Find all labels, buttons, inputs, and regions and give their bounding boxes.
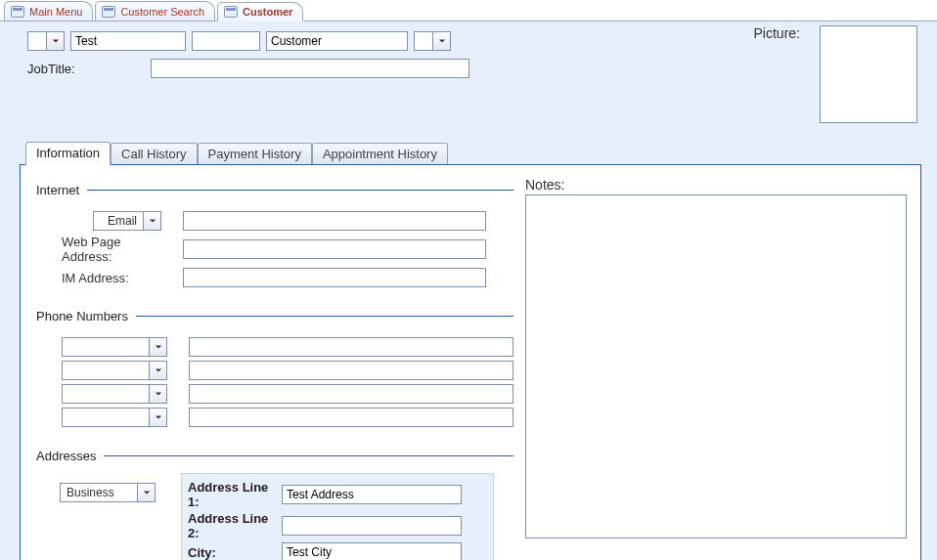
tab-appointment-history[interactable]: Appointment History <box>312 143 448 165</box>
dropdown-icon[interactable] <box>433 31 451 51</box>
web-input[interactable] <box>183 239 486 259</box>
phone-type-select[interactable] <box>62 361 150 380</box>
dropdown-icon[interactable] <box>150 337 167 357</box>
form-icon <box>224 6 238 18</box>
middle-name-input[interactable] <box>192 31 260 51</box>
last-name-input[interactable] <box>266 31 408 51</box>
doc-tab-customer[interactable]: Customer <box>217 2 303 22</box>
im-input[interactable] <box>183 268 486 287</box>
dropdown-icon[interactable] <box>150 384 167 404</box>
tab-label: Payment History <box>208 147 301 161</box>
picture-label: Picture: <box>754 25 800 41</box>
phone-number-input[interactable] <box>189 337 513 357</box>
detail-tab-control: Information Call History Payment History… <box>20 141 921 560</box>
city-label: City: <box>188 545 282 560</box>
tab-page-information: Internet Email Web Page A <box>20 164 921 560</box>
dropdown-icon[interactable] <box>144 211 161 231</box>
addresses-legend: Addresses <box>34 449 104 463</box>
dropdown-icon[interactable] <box>150 361 167 380</box>
doc-tab-label: Customer Search <box>120 6 204 18</box>
phone-type-select[interactable] <box>62 408 150 427</box>
phone-number-input[interactable] <box>189 361 513 380</box>
jobtitle-input[interactable] <box>151 59 469 78</box>
document-tab-bar: Main Menu Customer Search Customer <box>0 0 937 22</box>
address-line2-input[interactable] <box>282 516 462 536</box>
internet-legend: Internet <box>34 183 87 197</box>
doc-tab-label: Main Menu <box>29 6 82 18</box>
dropdown-icon[interactable] <box>150 408 167 427</box>
picture-area: Picture: <box>754 25 917 123</box>
phone-number-input[interactable] <box>189 384 513 404</box>
dropdown-icon[interactable] <box>47 31 65 51</box>
picture-box[interactable] <box>820 25 917 123</box>
line2-label: Address Line 2: <box>188 511 282 540</box>
email-type-select[interactable]: Email <box>93 211 161 231</box>
address-panel: Address Line 1: Address Line 2: City: <box>181 473 494 560</box>
address-line1-input[interactable] <box>282 485 462 504</box>
email-type-value: Email <box>93 211 144 231</box>
form-icon <box>102 6 115 18</box>
internet-group: Internet Email Web Page A <box>34 183 513 291</box>
doc-tab-main-menu[interactable]: Main Menu <box>4 1 93 21</box>
address-type-select[interactable]: Business <box>60 483 156 502</box>
dropdown-icon[interactable] <box>138 483 156 502</box>
customer-form: Picture: JobTitle: Information Call Hist… <box>0 22 937 560</box>
addresses-group: Addresses Business Address Line 1: <box>34 449 513 560</box>
prefix-value <box>27 31 47 51</box>
tab-call-history[interactable]: Call History <box>111 143 197 165</box>
tab-label: Information <box>36 146 100 160</box>
suffix-value <box>414 31 433 51</box>
tab-label: Appointment History <box>323 147 437 161</box>
phone-type-select[interactable] <box>62 337 150 357</box>
line1-label: Address Line 1: <box>188 480 282 509</box>
doc-tab-customer-search[interactable]: Customer Search <box>95 1 215 21</box>
tab-information[interactable]: Information <box>25 142 111 165</box>
phone-row <box>34 408 513 427</box>
phone-group: Phone Numbers <box>34 309 513 431</box>
email-input[interactable] <box>183 211 486 231</box>
suffix-select[interactable] <box>414 31 451 51</box>
web-label: Web Page Address: <box>34 235 161 264</box>
phone-row <box>34 361 513 380</box>
phone-row <box>34 384 513 404</box>
notes-textarea[interactable] <box>525 194 907 538</box>
phone-number-input[interactable] <box>189 408 513 427</box>
phone-legend: Phone Numbers <box>34 309 136 323</box>
phone-type-select[interactable] <box>62 384 150 404</box>
doc-tab-label: Customer <box>243 6 292 18</box>
notes-label: Notes: <box>525 177 907 193</box>
form-icon <box>11 6 24 18</box>
prefix-select[interactable] <box>27 31 65 51</box>
phone-row <box>34 337 513 357</box>
im-label: IM Address: <box>34 271 161 285</box>
first-name-input[interactable] <box>70 31 186 51</box>
tab-label: Call History <box>121 147 186 161</box>
address-type-value: Business <box>60 483 138 502</box>
tab-payment-history[interactable]: Payment History <box>198 143 312 165</box>
address-city-input[interactable] <box>282 542 462 560</box>
jobtitle-label: JobTitle: <box>27 62 151 76</box>
